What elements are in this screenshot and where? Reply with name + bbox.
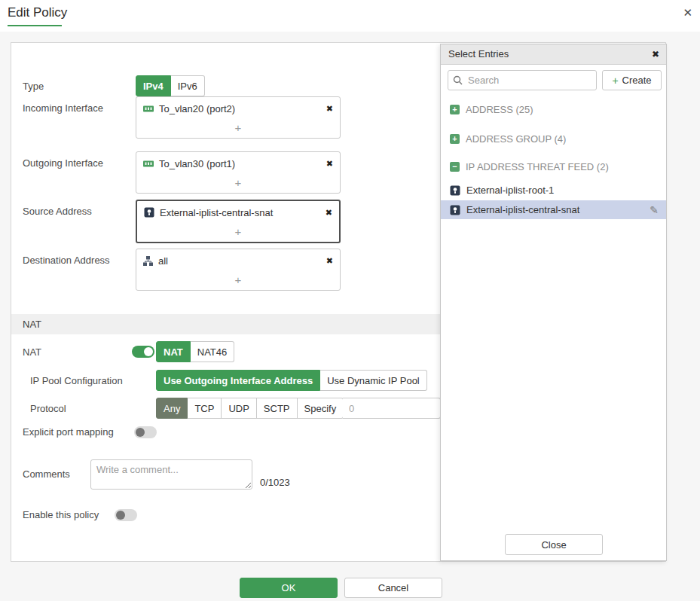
explicit-port-mapping-toggle[interactable] <box>134 426 157 438</box>
page-title: Edit Policy <box>8 5 67 20</box>
threat-feed-icon <box>450 205 460 215</box>
list-item-external-iplist-root-1[interactable]: External-iplist-root-1 <box>441 181 666 200</box>
group-label: ADDRESS (25) <box>466 104 533 115</box>
threat-feed-icon <box>450 185 460 196</box>
remove-entry-icon[interactable]: ✖ <box>326 159 333 169</box>
nat-section-header: NAT <box>11 314 441 334</box>
protocol-tcp-button[interactable]: TCP <box>188 398 222 419</box>
outgoing-interface-box: To_vlan30 (port1) ✖ + <box>136 151 341 194</box>
edit-policy-dialog: Edit Policy ✕ Type IPv4 IPv6 Incoming In… <box>0 0 700 601</box>
ip-pool-outgoing-button[interactable]: Use Outgoing Interface Address <box>156 370 320 391</box>
edit-pencil-icon[interactable]: ✎ <box>650 204 659 216</box>
incoming-interface-entry[interactable]: To_vlan20 (port2) ✖ <box>136 97 340 120</box>
incoming-interface-box: To_vlan20 (port2) ✖ + <box>136 96 341 139</box>
outgoing-interface-entry[interactable]: To_vlan30 (port1) ✖ <box>136 152 340 175</box>
destination-address-entry[interactable]: all ✖ <box>136 249 340 272</box>
comments-textarea[interactable] <box>90 459 252 490</box>
source-address-value: External-iplist-central-snat <box>160 207 273 218</box>
enable-policy-label: Enable this policy <box>23 509 99 520</box>
ip-pool-dynamic-button[interactable]: Use Dynamic IP Pool <box>320 370 427 391</box>
dialog-close-icon[interactable]: ✕ <box>683 6 692 20</box>
list-item-external-iplist-central-snat[interactable]: External-iplist-central-snat ✎ <box>441 200 666 219</box>
explicit-port-mapping-label: Explicit port mapping <box>23 426 114 438</box>
interface-icon <box>143 160 154 168</box>
expand-icon[interactable]: + <box>450 105 460 114</box>
nat-label: NAT <box>23 346 41 358</box>
group-address-group[interactable]: + ADDRESS GROUP (4) <box>441 130 666 147</box>
interface-icon <box>143 105 154 113</box>
add-source-address-button[interactable]: + <box>137 224 339 242</box>
destination-address-value: all <box>158 255 168 267</box>
protocol-sctp-button[interactable]: SCTP <box>257 398 298 419</box>
protocol-any-button[interactable]: Any <box>156 398 188 419</box>
list-item-label: External-iplist-root-1 <box>466 185 554 196</box>
type-segmented-control: IPv4 IPv6 <box>136 75 205 96</box>
remove-entry-icon[interactable]: ✖ <box>326 208 332 218</box>
nat-nat46-button[interactable]: NAT46 <box>191 341 235 362</box>
create-button[interactable]: + Create <box>602 70 662 90</box>
search-icon <box>453 75 463 85</box>
destination-address-label: Destination Address <box>23 255 110 266</box>
nat-segmented-control: NAT NAT46 <box>156 341 234 362</box>
group-label: IP ADDRESS THREAT FEED (2) <box>466 161 609 172</box>
protocol-label: Protocol <box>30 403 66 414</box>
plus-icon: + <box>612 75 618 87</box>
type-ipv6-button[interactable]: IPv6 <box>171 75 205 96</box>
dialog-header: Edit Policy ✕ <box>0 0 700 32</box>
add-incoming-interface-button[interactable]: + <box>136 120 340 138</box>
outgoing-interface-label: Outgoing Interface <box>23 157 103 169</box>
select-entries-panel: Select Entries ✖ + Create + ADDRESS (25)… <box>440 44 667 561</box>
select-entries-header: Select Entries ✖ <box>441 44 666 65</box>
protocol-segmented-control: Any TCP UDP SCTP Specify <box>156 398 344 419</box>
remove-entry-icon[interactable]: ✖ <box>326 104 333 114</box>
address-all-icon <box>143 256 153 266</box>
protocol-udp-button[interactable]: UDP <box>222 398 256 419</box>
add-outgoing-interface-button[interactable]: + <box>136 175 340 193</box>
nat-toggle[interactable] <box>132 346 154 358</box>
protocol-port-input[interactable] <box>343 398 441 419</box>
cancel-button[interactable]: Cancel <box>344 578 442 598</box>
source-address-box: External-iplist-central-snat ✖ + <box>136 200 341 243</box>
add-destination-address-button[interactable]: + <box>136 272 340 290</box>
panel-close-icon[interactable]: ✖ <box>652 44 659 64</box>
threat-feed-icon <box>144 207 154 218</box>
source-address-entry[interactable]: External-iplist-central-snat ✖ <box>137 201 339 224</box>
destination-address-box: all ✖ + <box>136 249 341 291</box>
ip-pool-segmented-control: Use Outgoing Interface Address Use Dynam… <box>156 370 427 391</box>
group-label: ADDRESS GROUP (4) <box>466 133 566 145</box>
group-threat-feed[interactable]: − IP ADDRESS THREAT FEED (2) <box>441 158 666 175</box>
search-input[interactable] <box>448 70 597 90</box>
type-label: Type <box>23 81 44 92</box>
source-address-label: Source Address <box>23 206 92 217</box>
outgoing-interface-value: To_vlan30 (port1) <box>159 158 235 169</box>
select-entries-title: Select Entries <box>448 48 509 59</box>
expand-icon[interactable]: + <box>450 134 460 144</box>
enable-policy-toggle[interactable] <box>115 509 137 521</box>
remove-entry-icon[interactable]: ✖ <box>326 256 333 266</box>
ok-button[interactable]: OK <box>240 578 338 598</box>
comments-char-counter: 0/1023 <box>260 477 290 488</box>
list-item-label: External-iplist-central-snat <box>466 204 579 215</box>
collapse-icon[interactable]: − <box>450 162 460 172</box>
create-button-label: Create <box>622 75 652 86</box>
panel-close-button[interactable]: Close <box>505 534 603 555</box>
group-address[interactable]: + ADDRESS (25) <box>441 101 666 117</box>
ip-pool-label: IP Pool Configuration <box>30 375 123 386</box>
incoming-interface-label: Incoming Interface <box>23 102 103 114</box>
protocol-specify-button[interactable]: Specify <box>298 398 344 419</box>
type-ipv4-button[interactable]: IPv4 <box>136 75 171 96</box>
title-underline <box>8 25 62 26</box>
incoming-interface-value: To_vlan20 (port2) <box>159 103 235 114</box>
nat-nat-button[interactable]: NAT <box>156 341 191 362</box>
comments-label: Comments <box>23 468 70 480</box>
